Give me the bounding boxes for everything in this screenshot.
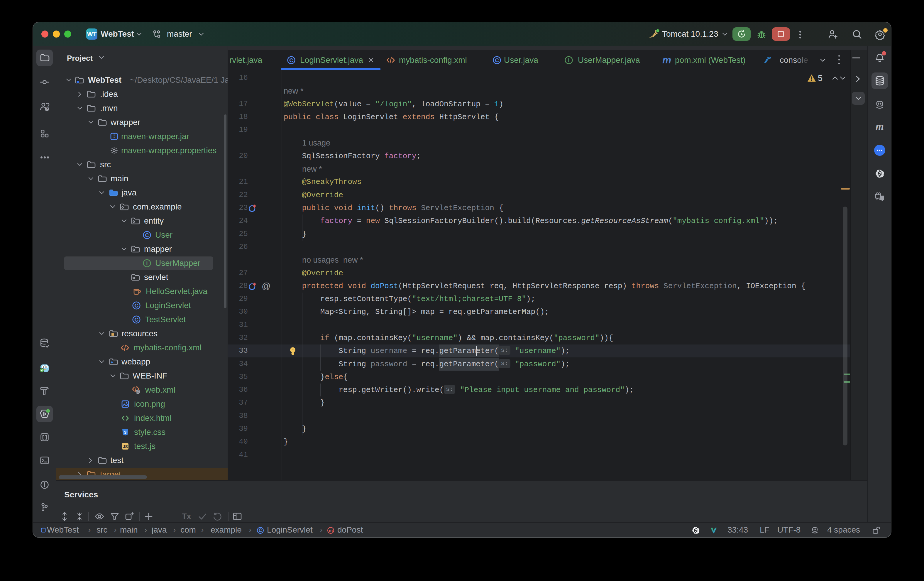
svg-text:?: ? xyxy=(46,107,48,111)
svg-text:m: m xyxy=(329,528,333,533)
